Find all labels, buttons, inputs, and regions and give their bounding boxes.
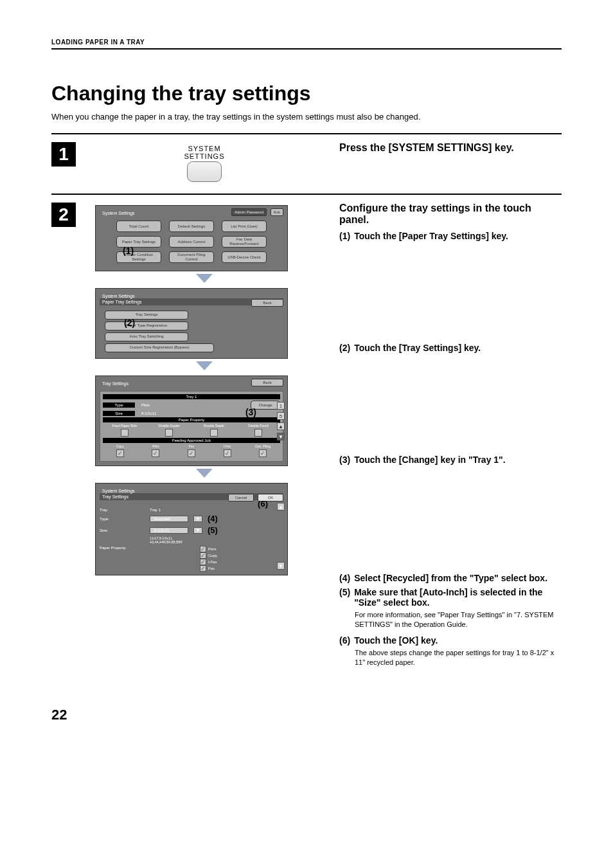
chevron-down-icon <box>89 274 320 285</box>
total-count-button[interactable]: Total Count <box>116 221 161 232</box>
scroll-down-button[interactable]: ▼ <box>277 562 285 570</box>
scroll-bar: 1 5 ▲ ▼ <box>277 402 285 440</box>
checkbox-ifax[interactable] <box>200 559 206 565</box>
checkbox[interactable] <box>152 449 159 457</box>
step-number-2: 2 <box>51 203 76 227</box>
type-value: Plain <box>141 403 244 407</box>
substep5-text: Make sure that [Auto-Inch] is selected i… <box>354 587 562 608</box>
paper-type-reg-button[interactable]: Paper Type Registration <box>105 321 188 330</box>
checkbox-fax[interactable] <box>200 565 206 572</box>
auto-tray-switching-button[interactable]: Auto Tray Switching <box>105 332 188 341</box>
scroll-down-button[interactable]: ▼ <box>277 433 285 440</box>
touch-panel-system-settings: System Settings Admin Password Exit Tota… <box>95 205 288 271</box>
admin-password-button[interactable]: Admin Password <box>231 208 267 216</box>
col-copy: Copy <box>103 444 138 458</box>
size-select[interactable]: 8-1/2x11 <box>150 527 188 534</box>
sys-label-bottom: SETTINGS <box>89 152 320 160</box>
step-1: 1 SYSTEM SETTINGS Press the [SYSTEM SETT… <box>51 133 562 182</box>
scroll-page-5: 5 <box>277 412 285 420</box>
pp-lbl: Paper Property: <box>100 546 145 550</box>
col-disable-staple: Disable Staple <box>192 424 236 438</box>
scroll-up-button[interactable]: ▲ <box>277 422 285 430</box>
checkbox-copy[interactable] <box>200 552 206 559</box>
substep2-num: (2) <box>339 343 350 353</box>
custom-size-reg-button[interactable]: Custom Size Registration (Bypass) <box>105 343 214 352</box>
type-select[interactable]: Recycled <box>150 516 188 522</box>
sys-label-top: SYSTEM <box>89 145 320 152</box>
doc-filing-control-button[interactable]: Document Filing Control <box>169 251 214 263</box>
callout-4: (4) <box>208 514 218 523</box>
touch-panel-paper-tray-settings: System Settings Paper Tray Settings Back… <box>95 288 288 359</box>
substep4-num: (4) <box>339 573 350 583</box>
svg-marker-0 <box>196 274 213 283</box>
svg-marker-2 <box>196 469 213 478</box>
fax-data-button[interactable]: Fax Data Receive/Forward <box>222 236 267 248</box>
chk-copy-label: Copy <box>208 554 217 557</box>
tray-settings-button[interactable]: Tray Settings <box>105 311 188 320</box>
tray-lbl: Tray: <box>100 508 145 512</box>
step-number-1: 1 <box>51 142 76 167</box>
step2-heading: Configure the tray settings in the touch… <box>339 203 562 226</box>
usb-device-check-button[interactable]: USB-Device Check <box>222 251 267 263</box>
divider <box>51 48 562 50</box>
chk-print-label: Print <box>208 547 216 551</box>
exit-button[interactable]: Exit <box>271 208 283 216</box>
substep-2: (2) Touch the [Tray Settings] key. <box>339 343 562 353</box>
substep4-text: Select [Recycled] from the "Type" select… <box>354 573 547 583</box>
substep-4: (4) Select [Recycled] from the "Type" se… <box>339 573 562 583</box>
list-print-button[interactable]: List Print (User) <box>222 221 267 232</box>
substep-5: (5) Make sure that [Auto-Inch] is select… <box>339 587 562 608</box>
substep1-text: Touch the [Paper Tray Settings] key. <box>354 231 508 241</box>
substep-3: (3) Touch the [Change] key in "Tray 1". <box>339 455 562 465</box>
svg-marker-1 <box>196 361 213 370</box>
checkbox[interactable] <box>210 429 218 437</box>
substep-1: (1) Touch the [Paper Tray Settings] key. <box>339 231 562 241</box>
page-subtitle: When you change the paper in a tray, the… <box>51 112 562 122</box>
scroll-page-1: 1 <box>277 402 285 410</box>
checkbox[interactable] <box>121 429 129 437</box>
checkbox[interactable] <box>116 449 124 457</box>
type-lbl: Type: <box>100 517 145 521</box>
tray1-header: Tray 1 <box>103 394 280 399</box>
col-fax: Fax <box>174 444 209 458</box>
col-docfiling: Doc. Filing <box>245 444 280 458</box>
size-value: 8-1/2x11 <box>141 411 280 415</box>
cancel-button[interactable]: Cancel <box>228 494 254 502</box>
checkbox[interactable] <box>188 449 195 457</box>
page-number: 22 <box>51 707 562 723</box>
substep3-num: (3) <box>339 455 350 465</box>
size-lbl: Size: <box>100 529 145 532</box>
size-label: Size <box>103 411 135 416</box>
step1-heading: Press the [SYSTEM SETTINGS] key. <box>339 142 562 154</box>
substep3-text: Touch the [Change] key in "Tray 1". <box>354 455 506 465</box>
scroll-up-button[interactable]: ▲ <box>277 503 285 511</box>
chk-ifax-label: I-Fax <box>208 560 217 564</box>
substep2-text: Touch the [Tray Settings] key. <box>354 343 481 353</box>
checkbox[interactable] <box>165 429 173 437</box>
col-disable-punch: Disable Punch <box>237 424 281 438</box>
section-label: LOADING PAPER IN A TRAY <box>51 39 562 46</box>
substep5-detail: For more information, see "Paper Tray Se… <box>355 610 562 630</box>
substep1-num: (1) <box>339 231 350 241</box>
chevron-down-icon <box>89 469 320 480</box>
col-ifax: I-Fax <box>210 444 245 458</box>
substep6-text: Touch the [OK] key. <box>354 635 438 646</box>
type-dropdown-icon[interactable]: ▼ <box>193 516 202 522</box>
back-button[interactable]: Back <box>251 379 283 386</box>
address-control-button[interactable]: Address Control <box>169 236 214 248</box>
checkbox-print[interactable] <box>200 546 206 552</box>
checkbox[interactable] <box>224 449 231 457</box>
paper-property-header: Paper Property <box>103 417 280 422</box>
substep6-num: (6) <box>339 635 350 646</box>
size-dropdown-icon[interactable]: ▼ <box>193 527 202 534</box>
checkbox[interactable] <box>259 449 267 457</box>
back-button[interactable]: Back <box>251 299 283 307</box>
checkbox[interactable] <box>254 429 262 437</box>
page-title: Changing the tray settings <box>51 82 562 105</box>
system-settings-key[interactable] <box>187 161 222 182</box>
col-print: Print <box>139 444 173 458</box>
size-hint: 11x17,8-1/2x11, A3,A4,A4R,B4,B5,B5R <box>150 537 283 544</box>
callout-6: (6) <box>258 499 268 509</box>
touch-panel-tray-settings-edit: System Settings Tray Settings Cancel OK … <box>95 483 288 575</box>
default-settings-button[interactable]: Default Settings <box>169 221 214 232</box>
